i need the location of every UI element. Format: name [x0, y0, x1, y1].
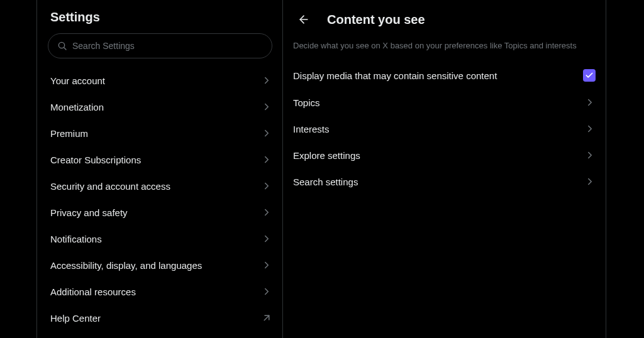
content-column: Content you see Decide what you see on X… [283, 0, 606, 338]
arrow-left-icon [297, 13, 310, 26]
row-display-sensitive-media[interactable]: Display media that may contain sensitive… [283, 62, 606, 89]
nav-item-label: Accessibility, display, and languages [50, 260, 202, 271]
chevron-right-icon [584, 97, 596, 108]
row-topics[interactable]: Topics [283, 89, 606, 116]
nav-item-monetization[interactable]: Monetization [38, 94, 282, 120]
row-interests[interactable]: Interests [283, 116, 606, 142]
chevron-right-icon [584, 150, 596, 161]
chevron-right-icon [261, 259, 272, 271]
nav-item-label: Monetization [50, 102, 104, 112]
nav-item-notifications[interactable]: Notifications [38, 226, 282, 252]
nav-item-premium[interactable]: Premium [38, 120, 282, 146]
nav-item-label: Premium [50, 128, 88, 139]
chevron-right-icon [261, 180, 272, 192]
search-icon [57, 41, 67, 51]
row-search-settings[interactable]: Search settings [283, 168, 606, 195]
chevron-right-icon [584, 123, 596, 134]
nav-item-creator-subscriptions[interactable]: Creator Subscriptions [38, 146, 282, 173]
left-gutter [0, 0, 38, 338]
nav-item-additional-resources[interactable]: Additional resources [38, 278, 282, 305]
nav-item-your-account[interactable]: Your account [38, 67, 282, 94]
chevron-right-icon [584, 176, 596, 187]
content-header: Content you see [283, 6, 606, 36]
svg-line-2 [264, 315, 269, 320]
chevron-right-icon [261, 154, 272, 165]
search-wrap [38, 33, 282, 65]
nav-item-security-and-account-access[interactable]: Security and account access [38, 173, 282, 199]
row-explore-settings[interactable]: Explore settings [283, 142, 606, 168]
right-gutter [606, 0, 644, 338]
content-description: Decide what you see on X based on your p… [283, 36, 606, 62]
back-button[interactable] [293, 9, 314, 30]
sensitive-checkbox[interactable] [583, 69, 596, 82]
settings-nav-list: Your account Monetization Premium Creato… [38, 65, 282, 331]
nav-item-label: Security and account access [50, 181, 170, 192]
nav-item-label: Help Center [50, 313, 101, 324]
search-box[interactable] [48, 33, 272, 58]
external-link-icon [261, 312, 272, 324]
nav-item-accessibility-display-languages[interactable]: Accessibility, display, and languages [38, 252, 282, 278]
svg-line-1 [64, 48, 66, 50]
nav-item-label: Notifications [50, 234, 102, 244]
nav-item-label: Additional resources [50, 286, 136, 297]
chevron-right-icon [261, 101, 272, 112]
chevron-right-icon [261, 233, 272, 244]
nav-item-help-center[interactable]: Help Center [38, 305, 282, 331]
row-label: Topics [293, 97, 320, 108]
row-label: Interests [293, 124, 330, 134]
row-label: Display media that may contain sensitive… [293, 70, 497, 81]
chevron-right-icon [261, 128, 272, 139]
chevron-right-icon [261, 207, 272, 218]
chevron-right-icon [261, 75, 272, 86]
settings-title: Settings [38, 6, 282, 33]
nav-item-label: Privacy and safety [50, 207, 128, 218]
nav-item-label: Your account [50, 75, 105, 86]
search-input[interactable] [72, 41, 263, 51]
content-title: Content you see [327, 13, 425, 27]
nav-item-privacy-and-safety[interactable]: Privacy and safety [38, 199, 282, 226]
check-icon [585, 71, 594, 80]
row-label: Explore settings [293, 150, 360, 161]
chevron-right-icon [261, 286, 272, 297]
nav-item-label: Creator Subscriptions [50, 155, 141, 165]
row-label: Search settings [293, 177, 358, 187]
settings-column: Settings Your account Monetization [38, 0, 283, 338]
